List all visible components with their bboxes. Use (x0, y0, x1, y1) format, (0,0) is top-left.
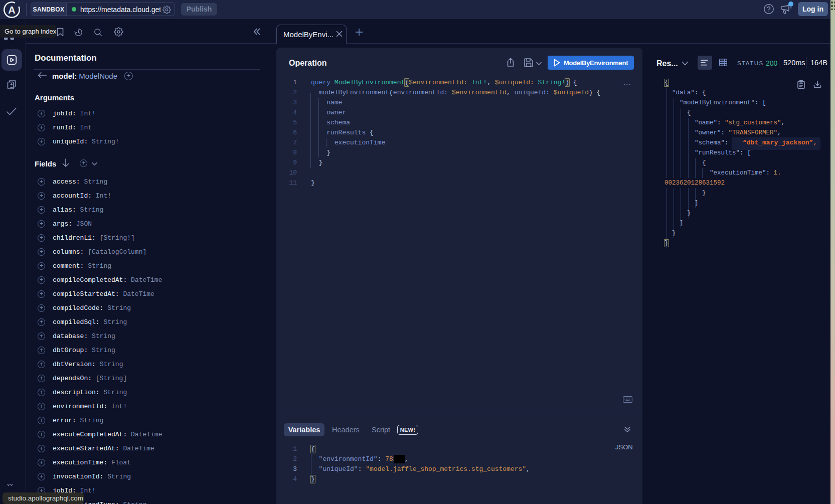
svg-text:A: A (8, 5, 15, 16)
